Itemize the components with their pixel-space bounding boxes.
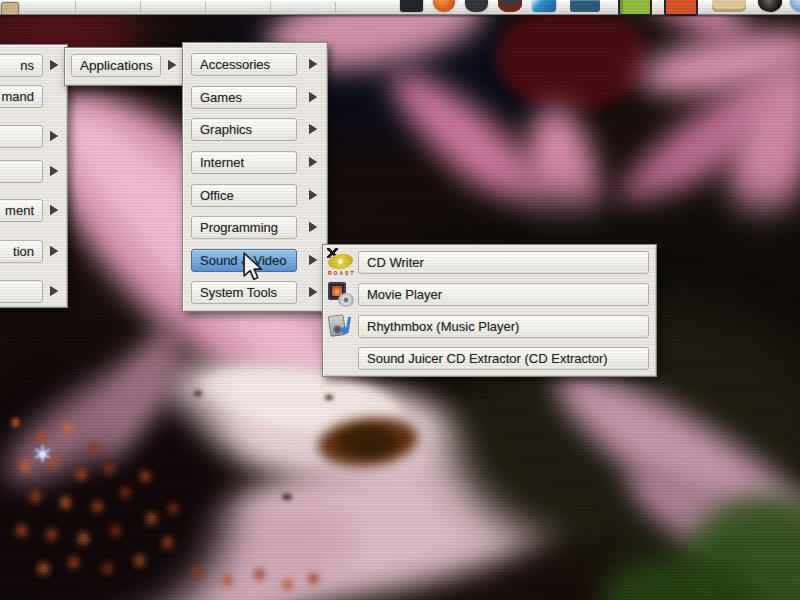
menu-item-sound-juicer[interactable]: Sound Juicer CD Extractor (CD Extractor) bbox=[358, 347, 649, 370]
category-item-system-tools[interactable]: System Tools bbox=[191, 281, 297, 304]
root-menu: ns mand ment tion bbox=[0, 44, 68, 308]
top-panel[interactable] bbox=[0, 0, 800, 15]
category-item-internet[interactable]: Internet bbox=[191, 151, 297, 174]
submenu-arrow-icon bbox=[309, 255, 317, 265]
root-menu-item[interactable]: ns bbox=[0, 54, 43, 77]
submenu-arrow-icon bbox=[309, 287, 317, 297]
menu-item-rhythmbox[interactable]: Rhythmbox (Music Player) bbox=[358, 315, 649, 338]
category-item-accessories[interactable]: Accessories bbox=[191, 53, 297, 76]
menu-item-cd-writer[interactable]: CD Writer bbox=[358, 251, 649, 274]
panel-separator bbox=[140, 2, 141, 13]
workspace-launcher-icon[interactable] bbox=[618, 0, 652, 16]
xcdroast-cd-icon: ROAST bbox=[326, 248, 354, 276]
category-item-games[interactable]: Games bbox=[191, 86, 297, 109]
xcdroast-label: ROAST bbox=[328, 270, 356, 276]
submenu-arrow-icon bbox=[168, 60, 176, 70]
panel-separator bbox=[335, 2, 336, 13]
root-menu-item[interactable] bbox=[0, 125, 43, 148]
submenu-arrow-icon bbox=[309, 59, 317, 69]
music-note-stem bbox=[346, 317, 351, 330]
applications-menu-item[interactable]: Applications bbox=[71, 54, 161, 77]
submenu-arrow-icon bbox=[309, 190, 317, 200]
category-item-programming[interactable]: Programming bbox=[191, 216, 297, 239]
applications-menu: Applications bbox=[64, 47, 186, 86]
browser-launcher-icon[interactable] bbox=[433, 0, 455, 12]
submenu-arrow-icon bbox=[50, 60, 58, 70]
root-menu-item[interactable]: tion bbox=[0, 240, 43, 263]
terminal-launcher-icon[interactable] bbox=[570, 0, 600, 12]
submenu-arrow-icon bbox=[50, 286, 58, 296]
wallpaper-petal-speck bbox=[282, 494, 292, 500]
clock-launcher-icon[interactable] bbox=[790, 0, 800, 12]
panel-separator bbox=[205, 2, 206, 13]
submenu-arrow-icon bbox=[50, 205, 58, 215]
panel-separator bbox=[75, 2, 76, 13]
wallpaper-blue-flower bbox=[30, 442, 56, 466]
desktop[interactable]: ns mand ment tion Applications Accessori… bbox=[0, 0, 800, 600]
root-menu-item[interactable] bbox=[0, 160, 43, 183]
sound-video-menu: ROAST CD Writer Movie Player Rhythmbox (… bbox=[322, 244, 657, 377]
panel-shadow bbox=[0, 15, 800, 18]
movie-player-disc bbox=[338, 293, 354, 307]
movie-player-icon bbox=[327, 281, 355, 309]
wallpaper-brown-petal-curl-core bbox=[338, 427, 398, 457]
wallpaper-petal-speck bbox=[325, 395, 333, 400]
mail-send-launcher-icon[interactable] bbox=[532, 0, 556, 12]
submenu-arrow-icon bbox=[50, 131, 58, 141]
root-menu-item[interactable] bbox=[0, 280, 43, 303]
corner-launcher-icon[interactable] bbox=[1, 2, 19, 15]
category-item-graphics[interactable]: Graphics bbox=[191, 118, 297, 141]
wallpaper-blue-flower-center bbox=[39, 451, 46, 458]
menu-item-movie-player[interactable]: Movie Player bbox=[358, 283, 649, 306]
mouse-cursor-icon bbox=[240, 252, 266, 282]
wallpaper-cone-seed-dots bbox=[12, 418, 19, 427]
panel-separator bbox=[270, 2, 271, 13]
hat-launcher-icon[interactable] bbox=[498, 0, 522, 12]
package-launcher-icon[interactable] bbox=[664, 0, 698, 16]
folder-launcher-icon[interactable] bbox=[712, 0, 746, 12]
submenu-arrow-icon bbox=[309, 157, 317, 167]
submenu-arrow-icon bbox=[50, 246, 58, 256]
wallpaper-flower-cone-topright bbox=[495, 5, 650, 110]
root-menu-item[interactable]: ment bbox=[0, 199, 43, 222]
speaker-music-icon bbox=[327, 313, 355, 341]
dark-app-launcher-icon[interactable] bbox=[400, 0, 423, 12]
wallpaper-petal-speck bbox=[194, 391, 202, 396]
category-item-office[interactable]: Office bbox=[191, 184, 297, 207]
speaker-launcher-icon[interactable] bbox=[758, 0, 782, 12]
root-menu-item[interactable]: mand bbox=[0, 85, 43, 108]
dark-utility-launcher-icon[interactable] bbox=[465, 0, 488, 12]
submenu-arrow-icon bbox=[309, 222, 317, 232]
submenu-arrow-icon bbox=[50, 166, 58, 176]
submenu-arrow-icon bbox=[309, 124, 317, 134]
submenu-arrow-icon bbox=[309, 92, 317, 102]
